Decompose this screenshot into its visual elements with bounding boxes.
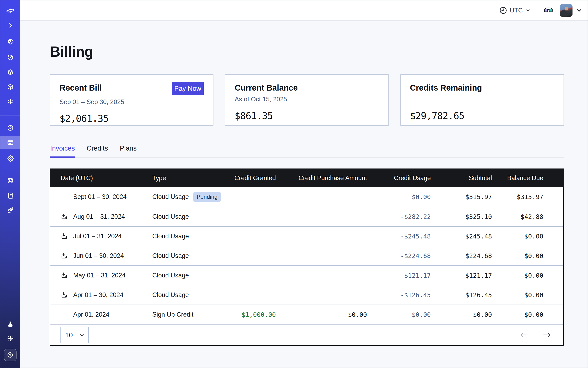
arrow-right-icon	[542, 332, 552, 338]
recent-bill-amount: $2,061.35	[60, 113, 204, 124]
card-title: Recent Bill	[60, 83, 102, 92]
invoice-type: Sign Up Credit	[152, 311, 193, 318]
download-invoice-button[interactable]	[61, 291, 68, 299]
invoice-type: Cloud Usage	[152, 252, 189, 259]
asterisk-icon	[7, 98, 14, 105]
card-subtitle: Sep 01 – Sep 30, 2025	[60, 98, 204, 106]
download-invoice-button[interactable]	[61, 213, 68, 220]
sidebar-item-billing[interactable]	[0, 136, 20, 149]
table-row[interactable]: Sept 01 – 30, 2024 Cloud Usage Pending $…	[50, 187, 563, 207]
credits-quick-button[interactable]	[4, 349, 17, 361]
balance-due-value: $42.88	[492, 213, 543, 220]
balance-due-value: $0.00	[492, 252, 543, 259]
sidebar-item-usage[interactable]	[0, 121, 20, 134]
next-page-button[interactable]	[542, 332, 552, 338]
subtotal-value: $325.10	[431, 213, 492, 220]
pagination-controls	[519, 332, 552, 338]
sidebar-item-support[interactable]	[0, 174, 20, 187]
layers-icon	[7, 69, 14, 76]
sidebar-item-getting-started[interactable]	[0, 203, 20, 217]
sidebar-item-layers[interactable]	[0, 66, 20, 79]
avatar	[560, 4, 572, 17]
balance-due-value: $315.97	[492, 193, 543, 201]
user-menu-button[interactable]	[560, 4, 572, 17]
clock-icon	[499, 6, 507, 15]
rocket-icon	[7, 207, 14, 214]
table-row[interactable]: Jun 01 – 30, 2024 Cloud Usage -$224.68 $…	[50, 246, 563, 265]
sidebar-item-containers[interactable]	[0, 80, 20, 93]
card-title: Credits Remaining	[410, 83, 482, 92]
invoice-date: Apr 01, 2024	[73, 311, 109, 318]
balance-due-value: $0.00	[492, 232, 543, 240]
chevron-right-icon	[7, 22, 14, 29]
download-invoice-button[interactable]	[61, 272, 68, 279]
chevron-down-icon	[525, 8, 531, 13]
date-cell: May 01 – 31, 2024	[50, 272, 152, 279]
account-menu-chevron[interactable]	[576, 7, 582, 14]
card-subtitle	[410, 96, 554, 103]
recent-bill-card: Recent Bill Pay Now Sep 01 – Sep 30, 202…	[50, 74, 213, 126]
timezone-selector[interactable]: UTC	[499, 6, 531, 15]
page-size-select[interactable]: 10	[60, 327, 89, 343]
sidebar-item-settings[interactable]	[0, 152, 20, 165]
column-header-balance-due: Balance Due	[492, 175, 543, 182]
table-row[interactable]: Apr 01 – 30, 2024 Cloud Usage -$126.45 $…	[50, 285, 563, 304]
sun-icon	[7, 335, 14, 342]
balance-due-value: $0.00	[492, 272, 543, 279]
invoice-date: May 01 – 31, 2024	[73, 272, 126, 279]
sidebar-item-docs[interactable]	[0, 189, 20, 202]
column-header-type: Type	[152, 175, 232, 182]
reader-mode-button[interactable]	[543, 6, 554, 15]
pay-now-button[interactable]: Pay Now	[172, 82, 204, 95]
invoice-date: Aug 01 – 31, 2024	[73, 213, 125, 220]
sidebar-item-timers[interactable]	[0, 51, 20, 64]
download-invoice-button[interactable]	[61, 252, 68, 259]
app-logo[interactable]	[0, 4, 20, 17]
tab-plans[interactable]: Plans	[119, 144, 137, 157]
download-icon	[61, 232, 68, 240]
tab-invoices[interactable]: Invoices	[50, 144, 75, 157]
table-row[interactable]: Jul 01 – 31, 2024 Cloud Usage -$245.48 $…	[50, 226, 563, 246]
column-header-credit-granted: Credit Granted	[232, 175, 276, 182]
invoice-date: Sept 01 – 30, 2024	[73, 193, 127, 201]
column-header-subtotal: Subtotal	[431, 175, 492, 182]
sidebar-item-labs[interactable]	[0, 318, 20, 331]
topbar: UTC	[20, 0, 588, 21]
credit-usage-value: -$121.17	[367, 272, 431, 279]
invoice-date: Jun 01 – 30, 2024	[73, 252, 124, 259]
chevron-down-icon	[79, 332, 85, 338]
card-title: Current Balance	[235, 83, 298, 92]
helm-icon	[7, 177, 14, 184]
date-cell: Sept 01 – 30, 2024	[50, 193, 152, 201]
sidebar-item-theme[interactable]	[0, 332, 20, 345]
invoice-type: Cloud Usage	[152, 232, 189, 240]
main-area: UTC Billing	[20, 0, 588, 368]
previous-page-button[interactable]	[519, 332, 529, 338]
table-row[interactable]: May 01 – 31, 2024 Cloud Usage -$121.17 $…	[50, 265, 563, 285]
invoice-type: Cloud Usage	[152, 272, 189, 279]
tab-credits[interactable]: Credits	[86, 144, 109, 157]
content: Billing Recent Bill Pay Now Sep 01 – Sep…	[20, 21, 588, 368]
table-row[interactable]: Aug 01 – 31, 2024 Cloud Usage -$282.22 $…	[50, 207, 563, 226]
sidebar-divider	[0, 172, 20, 172]
table-body: Sept 01 – 30, 2024 Cloud Usage Pending $…	[50, 187, 563, 324]
download-invoice-button[interactable]	[61, 232, 68, 240]
current-balance-amount: $861.35	[235, 110, 379, 121]
credit-usage-value: -$126.45	[367, 291, 431, 299]
current-balance-card: Current Balance As of Oct 15, 2025 $861.…	[225, 74, 389, 126]
invoices-table: Date (UTC) Type Credit Granted Credit Pu…	[50, 168, 564, 346]
sidebar-collapse-button[interactable]	[0, 19, 20, 32]
timer-icon	[7, 54, 14, 61]
sidebar-item-streams[interactable]	[0, 36, 20, 49]
download-icon	[61, 291, 68, 299]
table-row[interactable]: Apr 01, 2024 Sign Up Credit $1,000.00 $0…	[50, 304, 563, 324]
credit-usage-value: -$224.68	[367, 252, 431, 259]
sidebar-item-functions[interactable]	[0, 95, 20, 108]
table-footer: 10	[50, 324, 563, 345]
subtotal-value: $245.48	[431, 232, 492, 240]
credit-usage-value: -$282.22	[367, 213, 431, 220]
download-icon	[61, 213, 68, 220]
invoice-date: Apr 01 – 30, 2024	[73, 291, 123, 299]
type-cell: Cloud Usage	[152, 272, 232, 279]
credit-usage-value: $0.00	[367, 311, 431, 318]
